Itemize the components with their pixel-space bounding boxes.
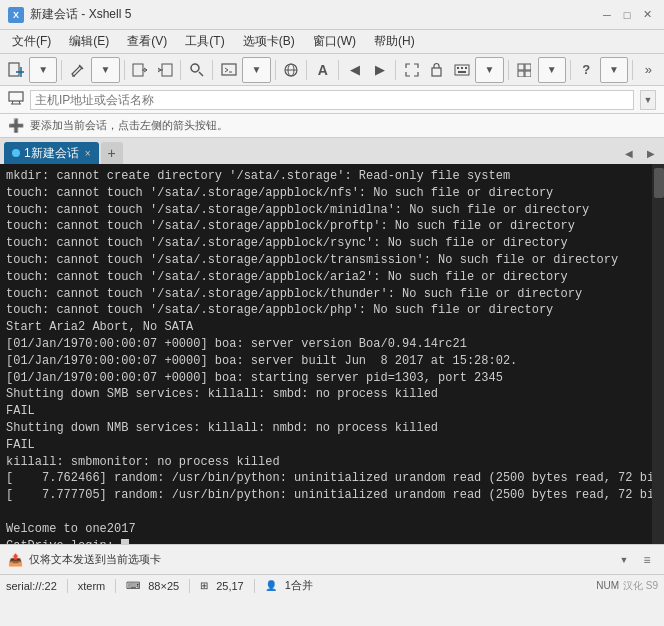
window-controls: ─ □ ✕ xyxy=(598,6,656,24)
new-terminal-button[interactable] xyxy=(217,57,240,83)
next-button[interactable]: ▶ xyxy=(368,57,391,83)
menu-tools[interactable]: 工具(T) xyxy=(177,31,232,52)
tab-bar-left: 1新建会话 × + xyxy=(4,142,123,164)
menu-tabs[interactable]: 选项卡(B) xyxy=(235,31,303,52)
separator-3 xyxy=(180,60,181,80)
svg-rect-5 xyxy=(133,64,143,76)
num-lock-status: NUM xyxy=(596,580,619,591)
font-button[interactable]: A xyxy=(311,57,334,83)
separator-2 xyxy=(124,60,125,80)
fullscreen-button[interactable] xyxy=(400,57,423,83)
status-bar-right: NUM 汉化 S9 xyxy=(596,579,658,593)
terminal-content: mkdir: cannot create directory '/sata/.s… xyxy=(6,168,650,544)
separator-11 xyxy=(632,60,633,80)
tab-prev-button[interactable]: ◀ xyxy=(620,144,638,162)
receive-file-button[interactable] xyxy=(153,57,176,83)
terminal-dropdown-button[interactable]: ▼ xyxy=(242,57,270,83)
send-menu-button[interactable]: ≡ xyxy=(638,551,656,569)
menu-view[interactable]: 查看(V) xyxy=(119,31,175,52)
minimize-button[interactable]: ─ xyxy=(598,6,616,24)
watermark: 汉化 S9 xyxy=(623,579,658,593)
svg-point-13 xyxy=(191,64,199,72)
search-button[interactable] xyxy=(185,57,208,83)
separator-9 xyxy=(508,60,509,80)
tab-next-button[interactable]: ▶ xyxy=(642,144,660,162)
close-button[interactable]: ✕ xyxy=(638,6,656,24)
menu-help[interactable]: 帮助(H) xyxy=(366,31,423,52)
cursor-position: 25,17 xyxy=(216,580,244,592)
keyboard-dropdown-button[interactable]: ▼ xyxy=(475,57,503,83)
pos-icon: ⊞ xyxy=(200,580,208,591)
send-file-button[interactable] xyxy=(128,57,151,83)
term-type: xterm xyxy=(78,580,106,592)
edit-button[interactable] xyxy=(66,57,89,83)
send-icon: 📤 xyxy=(8,553,23,567)
svg-rect-23 xyxy=(455,65,469,75)
svg-rect-32 xyxy=(9,92,23,101)
svg-line-14 xyxy=(199,72,203,76)
status-sep-3 xyxy=(189,579,190,593)
menu-window[interactable]: 窗口(W) xyxy=(305,31,364,52)
window-title: 新建会话 - Xshell 5 xyxy=(30,6,131,23)
svg-line-17 xyxy=(225,70,228,72)
separator-7 xyxy=(338,60,339,80)
session-count: 1合并 xyxy=(285,578,313,593)
status-sep-2 xyxy=(115,579,116,593)
address-bar: ▼ xyxy=(0,86,664,114)
new-session-button[interactable] xyxy=(4,57,27,83)
help-dropdown-button[interactable]: ▼ xyxy=(600,57,628,83)
rows-cols: 88×25 xyxy=(148,580,179,592)
new-dropdown-button[interactable]: ▼ xyxy=(29,57,57,83)
serial-status: serial://:22 xyxy=(6,580,57,592)
globe-button[interactable] xyxy=(279,57,302,83)
more-button[interactable]: » xyxy=(637,57,660,83)
separator-1 xyxy=(61,60,62,80)
separator-5 xyxy=(275,60,276,80)
svg-rect-29 xyxy=(525,64,531,70)
help-button[interactable]: ? xyxy=(575,57,598,83)
terminal[interactable]: mkdir: cannot create directory '/sata/.s… xyxy=(0,164,664,544)
edit-dropdown-button[interactable]: ▼ xyxy=(91,57,119,83)
keyboard-button[interactable] xyxy=(450,57,473,83)
tab-label: 1新建会话 xyxy=(24,145,79,162)
toolbar: ▼ ▼ ▼ A ◀ ▶ ▼ ▼ ? ▼ » xyxy=(0,54,664,86)
maximize-button[interactable]: □ xyxy=(618,6,636,24)
svg-rect-27 xyxy=(458,71,466,73)
svg-rect-15 xyxy=(222,64,236,75)
terminal-scrollbar[interactable] xyxy=(652,164,664,544)
rows-cols-icon: ⌨ xyxy=(126,580,140,591)
info-text: 要添加当前会话，点击左侧的箭头按钮。 xyxy=(30,118,228,133)
title-bar: X 新建会话 - Xshell 5 ─ □ ✕ xyxy=(0,0,664,30)
send-label: 仅将文本发送到当前选项卡 xyxy=(29,552,610,567)
prev-button[interactable]: ◀ xyxy=(343,57,366,83)
tab-active[interactable]: 1新建会话 × xyxy=(4,142,99,164)
separator-10 xyxy=(570,60,571,80)
title-bar-left: X 新建会话 - Xshell 5 xyxy=(8,6,131,23)
lock-button[interactable] xyxy=(425,57,448,83)
address-input[interactable] xyxy=(30,90,634,110)
computer-icon xyxy=(8,91,24,108)
separator-4 xyxy=(212,60,213,80)
info-bar: ➕ 要添加当前会话，点击左侧的箭头按钮。 xyxy=(0,114,664,138)
address-dropdown[interactable]: ▼ xyxy=(640,90,656,110)
svg-rect-0 xyxy=(9,63,19,76)
menu-file[interactable]: 文件(F) xyxy=(4,31,59,52)
svg-rect-25 xyxy=(461,67,463,69)
status-sep-1 xyxy=(67,579,68,593)
tab-dot xyxy=(12,149,20,157)
tab-close-button[interactable]: × xyxy=(85,148,91,159)
separator-6 xyxy=(306,60,307,80)
svg-rect-22 xyxy=(432,68,441,76)
svg-rect-24 xyxy=(457,67,459,69)
scrollbar-thumb[interactable] xyxy=(654,168,664,198)
terminal-area[interactable]: mkdir: cannot create directory '/sata/.s… xyxy=(0,164,664,544)
svg-rect-26 xyxy=(465,67,467,69)
add-tab-button[interactable]: + xyxy=(101,142,123,164)
menu-edit[interactable]: 编辑(E) xyxy=(61,31,117,52)
zoom-in-button[interactable] xyxy=(512,57,535,83)
svg-rect-31 xyxy=(525,71,531,77)
status-bar: serial://:22 xterm ⌨ 88×25 ⊞ 25,17 👤 1合并… xyxy=(0,574,664,596)
zoom-dropdown-button[interactable]: ▼ xyxy=(538,57,566,83)
svg-rect-28 xyxy=(518,64,524,70)
send-dropdown-button[interactable]: ▼ xyxy=(616,551,632,569)
